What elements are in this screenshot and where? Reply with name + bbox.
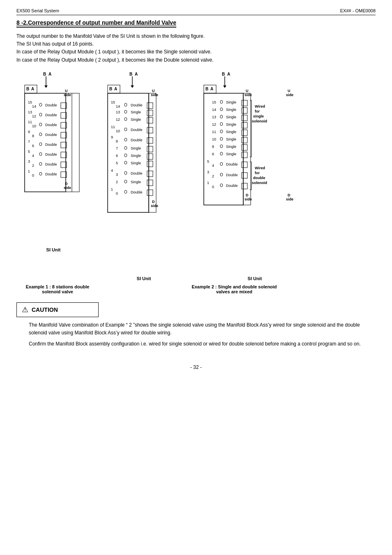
- svg-text:9: 9: [111, 135, 113, 139]
- svg-text:Double: Double: [45, 123, 57, 127]
- svg-text:O: O: [39, 142, 42, 147]
- svg-text:Single: Single: [131, 161, 141, 165]
- svg-text:1: 1: [111, 187, 113, 191]
- svg-text:Double: Double: [45, 162, 57, 166]
- svg-text:Double: Double: [45, 103, 57, 107]
- svg-rect-150: [242, 145, 247, 150]
- svg-text:Single: Single: [226, 145, 236, 149]
- example1-label: Example 1 : 8 stations double solenoid v…: [21, 284, 95, 294]
- svg-text:8: 8: [32, 134, 34, 138]
- svg-text:10: 10: [116, 129, 120, 133]
- svg-rect-109: [147, 190, 153, 196]
- svg-rect-164: [242, 173, 247, 178]
- svg-text:double: double: [253, 176, 265, 180]
- svg-text:O: O: [220, 152, 223, 156]
- svg-text:O: O: [124, 171, 127, 175]
- svg-text:Single: Single: [226, 108, 236, 112]
- diagram1-svg: B A U side 15 14 O Double 13 12 O Double…: [16, 71, 90, 247]
- svg-text:O: O: [124, 110, 127, 114]
- svg-text:10: 10: [32, 124, 36, 128]
- svg-text:Single: Single: [226, 115, 236, 119]
- svg-text:O: O: [124, 180, 127, 184]
- svg-text:Double: Double: [226, 184, 238, 188]
- svg-text:3: 3: [28, 159, 30, 164]
- svg-text:O: O: [124, 127, 127, 132]
- svg-text:11: 11: [212, 130, 216, 134]
- svg-text:0: 0: [32, 173, 34, 177]
- svg-rect-146: [242, 137, 247, 143]
- svg-text:B: B: [222, 72, 225, 76]
- caution-body-2: Confirm the Manifold Block assembly conf…: [29, 340, 376, 348]
- svg-text:O: O: [220, 107, 223, 112]
- svg-text:2: 2: [116, 180, 118, 184]
- svg-text:U: U: [152, 89, 155, 93]
- svg-rect-51: [72, 93, 79, 192]
- svg-text:Single: Single: [226, 137, 236, 141]
- svg-text:5: 5: [207, 159, 209, 164]
- caution-title: CAUTION: [32, 306, 58, 313]
- svg-rect-69: [147, 110, 153, 116]
- svg-text:O: O: [220, 183, 223, 188]
- svg-text:O: O: [124, 161, 127, 165]
- svg-rect-138: [242, 122, 247, 128]
- svg-text:O: O: [220, 100, 223, 104]
- svg-text:D: D: [65, 182, 68, 186]
- svg-text:O: O: [124, 103, 127, 107]
- svg-text:Single: Single: [226, 152, 236, 156]
- svg-rect-142: [242, 130, 247, 136]
- diagram3-svg: B A U side 15 O Single 14 O Single 13 O …: [197, 71, 312, 276]
- diagram2-label: SI Unit: [137, 276, 151, 281]
- svg-text:side: side: [64, 186, 71, 190]
- svg-text:Double: Double: [45, 113, 57, 117]
- svg-rect-95: [147, 161, 153, 167]
- svg-text:O: O: [39, 172, 42, 176]
- svg-text:2: 2: [212, 174, 214, 178]
- svg-text:D: D: [288, 193, 291, 197]
- caution-icon: ⚠: [22, 305, 28, 314]
- svg-text:O: O: [124, 190, 127, 194]
- svg-text:7: 7: [116, 146, 118, 150]
- svg-text:Double: Double: [131, 171, 143, 175]
- svg-text:A: A: [210, 87, 213, 91]
- svg-text:8: 8: [212, 145, 214, 149]
- svg-text:U: U: [246, 89, 249, 93]
- svg-text:O: O: [39, 103, 42, 107]
- svg-text:A: A: [114, 87, 117, 91]
- svg-text:12: 12: [32, 114, 36, 118]
- svg-rect-173: [243, 93, 251, 205]
- section-title: 8 -2.Correspondence of output number and…: [16, 19, 176, 28]
- svg-rect-91: [147, 154, 153, 159]
- caution-body-1: The Manifold Valve combination of Exampl…: [29, 321, 376, 337]
- svg-text:Double: Double: [45, 133, 57, 137]
- svg-text:15: 15: [28, 100, 32, 104]
- svg-text:B: B: [205, 87, 208, 91]
- svg-text:O: O: [124, 153, 127, 158]
- svg-text:7: 7: [28, 140, 30, 144]
- svg-text:12: 12: [116, 117, 120, 122]
- svg-text:O: O: [220, 162, 223, 166]
- svg-marker-58: [131, 85, 134, 88]
- header-left: EX500 Serial System: [16, 8, 59, 13]
- svg-text:3: 3: [116, 173, 118, 177]
- svg-text:5: 5: [28, 150, 30, 154]
- intro-text: The output number to the Manifold Valve …: [16, 32, 376, 64]
- svg-marker-120: [223, 85, 226, 88]
- svg-text:D: D: [246, 193, 249, 197]
- svg-text:side: side: [286, 197, 293, 201]
- header-right: EX## - OME0008: [340, 8, 376, 13]
- svg-rect-130: [242, 108, 247, 113]
- svg-text:D: D: [152, 200, 155, 204]
- svg-text:6: 6: [212, 152, 214, 156]
- svg-text:13: 13: [212, 115, 216, 119]
- svg-text:O: O: [220, 115, 223, 119]
- caution-box: ⚠ CAUTION: [16, 302, 99, 317]
- svg-rect-100: [147, 171, 153, 177]
- svg-rect-87: [147, 146, 153, 152]
- svg-text:4: 4: [32, 154, 34, 158]
- svg-text:solenoid: solenoid: [252, 181, 267, 185]
- svg-rect-73: [147, 117, 153, 123]
- svg-text:14: 14: [116, 104, 120, 108]
- svg-rect-134: [242, 115, 247, 121]
- svg-text:Double: Double: [131, 128, 143, 132]
- svg-rect-104: [147, 180, 153, 186]
